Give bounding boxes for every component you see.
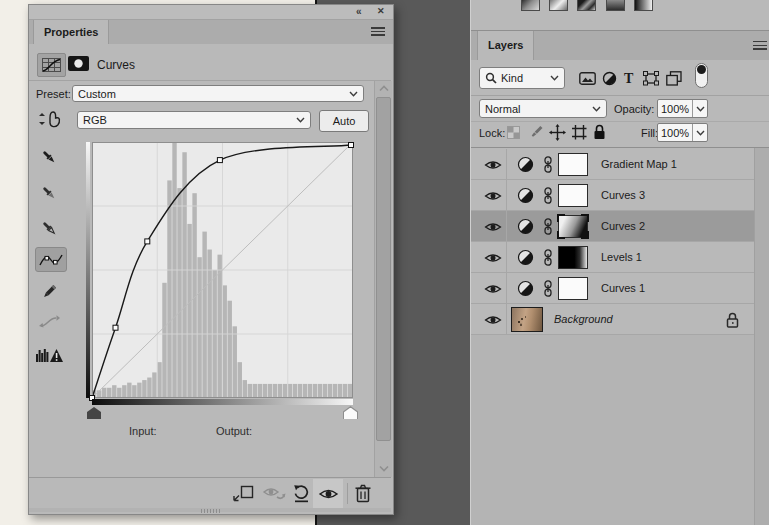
tab-layers[interactable]: Layers xyxy=(477,31,534,60)
close-panel-icon[interactable]: ✕ xyxy=(377,5,385,18)
mask-link-icon[interactable] xyxy=(543,218,553,235)
toggle-knob xyxy=(697,65,706,74)
chevron-down-icon xyxy=(592,106,601,112)
photoshop-workspace: « ✕ Properties Curves Preset: Custom xyxy=(0,0,769,525)
mask-link-icon[interactable] xyxy=(543,280,553,297)
layers-menu-icon[interactable] xyxy=(753,41,767,50)
selection-corner xyxy=(557,231,565,239)
blend-mode-value: Normal xyxy=(485,103,520,115)
input-gradient-strip xyxy=(92,399,353,405)
layer-row-gradient-map-1[interactable]: Gradient Map 1 xyxy=(471,149,754,180)
layer-mask-thumbnail[interactable] xyxy=(558,277,588,300)
gradient-preset-thumb[interactable] xyxy=(634,0,653,11)
properties-titlebar[interactable] xyxy=(29,5,393,20)
histogram-warning-icon[interactable] xyxy=(35,346,63,364)
gray-point-eyedropper[interactable] xyxy=(39,182,59,204)
visibility-eye-icon[interactable] xyxy=(484,283,502,295)
gradient-preset-thumb[interactable] xyxy=(549,0,568,11)
layer-name[interactable]: Background xyxy=(554,313,613,325)
adjustment-layer-icon xyxy=(517,156,534,173)
layer-name[interactable]: Levels 1 xyxy=(601,251,642,263)
visibility-eye-icon[interactable] xyxy=(484,252,502,264)
visibility-eye-icon[interactable] xyxy=(484,190,502,202)
white-input-slider[interactable] xyxy=(343,406,358,419)
filter-smart-objects-icon[interactable] xyxy=(666,71,682,86)
black-input-slider[interactable] xyxy=(87,407,101,419)
curve-plot[interactable] xyxy=(92,142,353,398)
edit-points-tool[interactable] xyxy=(35,247,67,272)
mask-circle-icon xyxy=(73,58,84,69)
gradient-preset-thumb[interactable] xyxy=(577,0,596,11)
chevron-down-icon xyxy=(550,75,559,81)
filter-kind-select[interactable]: Kind xyxy=(479,67,565,89)
opacity-input[interactable]: 100% xyxy=(657,99,708,118)
properties-scrollbar[interactable] xyxy=(374,81,392,477)
targeted-adjustment-tool[interactable] xyxy=(37,108,63,130)
scrollbar-thumb[interactable] xyxy=(376,97,391,441)
lock-position-icon[interactable] xyxy=(549,124,566,141)
gradient-preset-thumb[interactable] xyxy=(521,0,540,11)
layer-mask-thumbnail[interactable] xyxy=(558,153,588,176)
smooth-curve-tool[interactable] xyxy=(37,312,61,332)
properties-menu-icon[interactable] xyxy=(371,27,385,36)
visibility-eye-icon[interactable] xyxy=(484,159,502,171)
tab-properties[interactable]: Properties xyxy=(33,20,109,44)
layer-mask-thumbnail[interactable] xyxy=(558,184,588,207)
layer-row-levels-1[interactable]: Levels 1 xyxy=(471,242,754,273)
scroll-up-icon[interactable] xyxy=(379,85,389,92)
layer-name[interactable]: Curves 2 xyxy=(601,220,645,232)
mask-link-icon[interactable] xyxy=(543,187,553,204)
panel-resize-grip[interactable] xyxy=(201,509,221,513)
layer-mask-thumbnail[interactable] xyxy=(558,246,588,269)
delete-trash-icon[interactable] xyxy=(355,484,371,503)
filter-type-layers-icon[interactable]: T xyxy=(624,71,638,86)
filter-pixel-layers-icon[interactable] xyxy=(579,72,596,85)
visibility-eye-icon[interactable] xyxy=(318,487,339,501)
layer-name[interactable]: Gradient Map 1 xyxy=(601,158,677,170)
auto-button[interactable]: Auto xyxy=(319,110,369,132)
layers-scroll-gutter[interactable] xyxy=(754,148,769,525)
background-lock-icon[interactable] xyxy=(726,312,739,328)
layer-row-curves-3[interactable]: Curves 3 xyxy=(471,180,754,211)
visibility-eye-icon[interactable] xyxy=(484,221,502,233)
layer-name[interactable]: Curves 1 xyxy=(601,282,645,294)
properties-tab-label: Properties xyxy=(33,20,109,44)
lock-image-pixels-icon[interactable] xyxy=(529,124,544,140)
background-layer-thumbnail[interactable] xyxy=(511,307,543,332)
selection-corner xyxy=(581,214,589,222)
curves-adjustment-icon-button[interactable] xyxy=(37,53,66,77)
properties-panel: « ✕ Properties Curves Preset: Custom xyxy=(28,4,394,515)
layer-mask-thumbnail-selected[interactable] xyxy=(558,215,588,238)
clip-to-layer-icon[interactable] xyxy=(233,485,255,502)
layer-row-curves-1[interactable]: Curves 1 xyxy=(471,273,754,304)
output-label: Output: xyxy=(216,425,252,437)
mask-link-icon[interactable] xyxy=(543,156,553,173)
fill-input[interactable]: 100% xyxy=(657,123,708,142)
preset-select[interactable]: Custom xyxy=(72,85,364,102)
layer-row-curves-2-selected[interactable]: Curves 2 xyxy=(471,211,754,242)
selection-corner xyxy=(557,214,565,222)
mask-link-icon[interactable] xyxy=(543,249,553,266)
filter-shape-layers-icon[interactable] xyxy=(643,71,659,86)
lock-artboard-icon[interactable] xyxy=(572,125,587,140)
white-point-eyedropper[interactable] xyxy=(39,217,59,239)
channel-select[interactable]: RGB xyxy=(77,111,311,129)
gradient-preset-thumb[interactable] xyxy=(606,0,625,11)
lock-all-icon[interactable] xyxy=(593,124,606,140)
collapse-panel-icon[interactable]: « xyxy=(356,5,362,18)
reset-icon[interactable] xyxy=(292,484,312,503)
layer-row-background[interactable]: Background xyxy=(471,304,754,335)
divider xyxy=(471,147,769,148)
layer-mask-icon[interactable] xyxy=(68,56,89,71)
pencil-tool[interactable] xyxy=(39,281,59,303)
filter-toggle-switch[interactable] xyxy=(695,63,708,88)
filter-adjustment-layers-icon[interactable] xyxy=(602,71,617,86)
black-point-eyedropper[interactable] xyxy=(39,146,59,168)
view-previous-state-icon[interactable] xyxy=(262,485,286,502)
layer-name[interactable]: Curves 3 xyxy=(601,189,645,201)
scroll-down-icon[interactable] xyxy=(379,465,389,472)
blend-mode-select[interactable]: Normal xyxy=(479,99,607,118)
visibility-eye-icon[interactable] xyxy=(484,314,502,326)
adjustment-layer-icon xyxy=(517,218,534,235)
lock-transparent-pixels-icon[interactable] xyxy=(507,126,520,139)
